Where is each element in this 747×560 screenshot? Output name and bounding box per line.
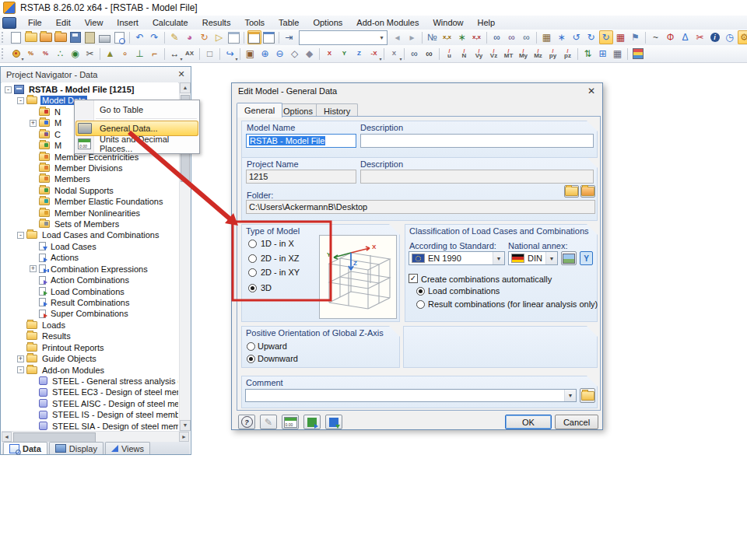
zoom-rotate-icon[interactable]: ↻ xyxy=(198,30,212,44)
model-name-field[interactable]: RSTAB - Model File xyxy=(246,134,356,148)
tree-item-guide-objects[interactable]: +Guide Objects xyxy=(2,353,98,364)
tree-item-super-combinations[interactable]: Super Combinations xyxy=(2,308,130,319)
zoom-out-icon[interactable]: ⊖ xyxy=(273,47,287,61)
context-menu-item-general-data[interactable]: General Data... xyxy=(75,121,198,136)
insert-node-icon[interactable]: ▾ xyxy=(9,47,23,61)
result-Vy-icon[interactable]: Vy xyxy=(472,47,486,61)
show-support-symbols-icon[interactable]: ∗ xyxy=(455,30,469,44)
scroll-up-icon[interactable]: ▲ xyxy=(180,82,191,93)
radio-load-combinations[interactable] xyxy=(416,287,425,296)
table-manager-icon[interactable] xyxy=(262,30,276,44)
chevron-down-icon[interactable]: ▾ xyxy=(377,34,387,41)
radio-2d-in-xy[interactable] xyxy=(248,268,257,277)
redo-icon[interactable]: ↷ xyxy=(148,30,162,44)
radio-3d[interactable] xyxy=(248,284,257,292)
arrange-panels-icon[interactable]: ▦ xyxy=(611,47,625,61)
tree-item-member-nonlinearities[interactable]: Member Nonlinearities xyxy=(2,208,142,219)
tree-item-sets-of-members[interactable]: Sets of Members xyxy=(2,219,121,229)
render-model-icon[interactable]: ▣ xyxy=(244,47,258,61)
tree-item-steel-sia-design-of-steel-member[interactable]: STEEL SIA - Design of steel member xyxy=(2,421,178,431)
radio-upward[interactable] xyxy=(247,342,255,351)
cancel-button[interactable]: Cancel xyxy=(555,415,598,429)
tree-item-m-5[interactable]: M xyxy=(2,140,63,151)
menu-file[interactable]: File xyxy=(21,16,49,30)
close-icon[interactable]: ✕ xyxy=(175,69,188,80)
nav-forward-icon[interactable]: ▸ xyxy=(405,30,419,44)
cut-object-icon[interactable]: ✂ xyxy=(693,30,707,44)
tree-expander-icon[interactable]: - xyxy=(17,232,24,239)
dimension-tool-icon[interactable]: ↔▾ xyxy=(168,47,182,61)
tree-expander-icon[interactable]: + xyxy=(17,355,24,362)
tree-item-add-on-modules[interactable]: -Add-on Modules xyxy=(2,365,106,376)
mirror-delta-icon[interactable]: Δ xyxy=(679,30,693,44)
menu-add-on-modules[interactable]: Add-on Modules xyxy=(349,16,426,30)
tree-item-actions[interactable]: Actions xyxy=(2,252,80,263)
view-solid-icon[interactable]: ◆ xyxy=(303,47,317,61)
tree-item-printout-reports[interactable]: Printout Reports xyxy=(2,342,105,353)
divide-member-icon[interactable]: % xyxy=(24,47,38,61)
open-project-icon[interactable] xyxy=(39,30,53,44)
clipboard-icon[interactable] xyxy=(83,30,97,44)
import-excel-button[interactable] xyxy=(325,415,342,429)
comment-notes-button[interactable] xyxy=(580,388,595,403)
navigator-tab-views[interactable]: Views xyxy=(105,442,150,454)
scroll-left-icon[interactable]: ◄ xyxy=(2,432,12,442)
rotate-view-left-icon[interactable]: ↺ xyxy=(570,30,584,44)
member-eccentricity-icon[interactable]: ⌐ xyxy=(148,47,162,61)
tree-item-member-elastic-foundations[interactable]: Member Elastic Foundations xyxy=(2,196,164,207)
split-member-icon[interactable]: ✂ xyxy=(83,47,97,61)
tree-item-m-3[interactable]: +M xyxy=(2,117,63,128)
view-in-z-icon[interactable]: Z xyxy=(352,47,366,61)
history-clock-icon[interactable]: ◷ xyxy=(723,30,737,44)
navigator-tab-data[interactable]: Data xyxy=(3,442,47,454)
result-Mz-icon[interactable]: Mz xyxy=(531,47,545,61)
menu-edit[interactable]: Edit xyxy=(49,16,78,30)
menu-insert[interactable]: Insert xyxy=(110,16,146,30)
radio-downward[interactable] xyxy=(247,355,255,363)
table-combobox[interactable]: ▾ xyxy=(299,30,388,45)
display-mesh-icon[interactable]: ▦ xyxy=(540,30,554,44)
show-tables-icon[interactable] xyxy=(247,30,261,44)
rotate-view-free-icon[interactable]: ↻ xyxy=(599,30,613,44)
print-preview-icon[interactable] xyxy=(113,30,127,44)
show-load-values-icon[interactable]: x,x xyxy=(470,30,484,44)
view-in-minus-x-icon[interactable]: -X▾ xyxy=(367,47,381,61)
ok-button[interactable]: OK xyxy=(505,415,552,429)
tree-expander-icon[interactable]: + xyxy=(30,265,37,272)
tree-item-steel-is-design-of-steel-members[interactable]: STEEL IS - Design of steel members xyxy=(2,409,178,420)
animate-results-icon[interactable]: ⇅ xyxy=(581,47,595,61)
find-in-table-icon[interactable]: ∞ xyxy=(505,30,519,44)
find-in-grid-icon[interactable]: ∞ xyxy=(520,30,534,44)
tree-item-nodal-supports[interactable]: Nodal Supports xyxy=(2,185,115,196)
menu-view[interactable]: View xyxy=(78,16,110,30)
regenerate-gears-icon[interactable]: ⚙ xyxy=(738,30,747,44)
result-deformation-icon[interactable]: u xyxy=(443,47,457,61)
help-button[interactable]: ? xyxy=(238,415,255,429)
comment-combobox[interactable]: ▼ xyxy=(245,389,577,402)
mdi-child-icon[interactable] xyxy=(2,17,16,29)
chevron-down-icon[interactable]: ▼ xyxy=(545,252,557,264)
chevron-down-icon[interactable]: ▾ xyxy=(399,57,402,61)
comment-tool-icon[interactable]: AX xyxy=(183,47,197,61)
connect-chain-icon[interactable]: ~ xyxy=(649,30,663,44)
tree-item-results[interactable]: Results xyxy=(2,331,72,341)
merge-members-icon[interactable]: ∴ xyxy=(54,47,68,61)
round-node-icon[interactable]: ◉ xyxy=(68,47,82,61)
tree-item-loads[interactable]: Loads xyxy=(2,320,67,331)
menu-calculate[interactable]: Calculate xyxy=(146,16,195,30)
result-N-icon[interactable]: N xyxy=(458,47,472,61)
save-icon[interactable] xyxy=(68,30,82,44)
horizontal-scrollbar[interactable]: ◄ ► xyxy=(2,431,190,443)
new-window-icon[interactable] xyxy=(227,30,241,44)
result-Vz-icon[interactable]: Vz xyxy=(487,47,501,61)
tree-expander-icon[interactable]: - xyxy=(5,86,12,93)
filter-annex-button[interactable]: Y xyxy=(580,251,593,265)
menu-help[interactable]: Help xyxy=(471,16,503,30)
menu-table[interactable]: Table xyxy=(272,16,306,30)
tree-expander-icon[interactable]: - xyxy=(17,97,24,104)
tree-item-n-2[interactable]: N xyxy=(2,107,62,117)
tree-item-steel-ec3-design-of-steel-membe[interactable]: STEEL EC3 - Design of steel membe xyxy=(2,387,178,397)
show-node-numbers-icon[interactable]: № xyxy=(426,30,440,44)
result-pz-icon[interactable]: pz xyxy=(561,47,575,61)
save-project-icon[interactable] xyxy=(54,30,68,44)
